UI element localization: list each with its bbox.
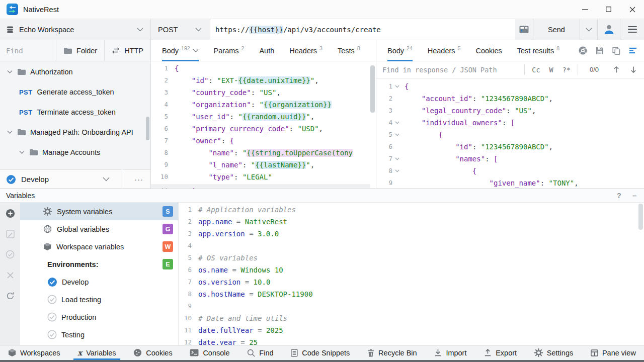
request-body-editor[interactable]: 1{2 "id": "EXT-{{date.unixTime}}",3 "cou… (151, 61, 376, 189)
status-item-workspaces[interactable]: Workspaces (8, 345, 60, 360)
save-response-icon[interactable] (596, 47, 604, 55)
fold-chevron-icon[interactable] (392, 165, 402, 177)
status-item-recycle-bin[interactable]: Recycle Bin (367, 345, 417, 360)
environment-selector[interactable]: Develop ··· (0, 169, 150, 189)
status-item-export[interactable]: Export (484, 345, 517, 360)
environment-more-button[interactable]: ··· (127, 175, 150, 184)
tab-cookies[interactable]: Cookies (475, 40, 502, 61)
status-item-import[interactable]: Import (434, 345, 466, 360)
variables-list-item-system-variables[interactable]: System variablesS (20, 203, 178, 220)
swap-arrows-icon (112, 47, 120, 54)
next-match-button[interactable] (625, 66, 644, 73)
line-number: 8 (382, 165, 392, 177)
tree-folder-authorization[interactable]: Authorization (0, 62, 150, 82)
tab-auth[interactable]: Auth (259, 40, 274, 61)
apply-button[interactable] (6, 249, 15, 260)
status-item-console[interactable]: Console (190, 345, 229, 360)
tab-body[interactable]: Body192 (162, 40, 199, 61)
check-off-icon (47, 330, 57, 339)
variables-scrollbar[interactable] (638, 204, 643, 230)
tab-headers[interactable]: Headers5 (428, 40, 461, 61)
edit-button[interactable] (6, 228, 15, 239)
window-bottom-edge (0, 360, 644, 362)
code-text: { (405, 80, 409, 93)
code-text: os.version = 10.0 (198, 276, 270, 288)
copy-response-icon[interactable] (612, 47, 620, 55)
status-item-variables[interactable]: xVariables (77, 345, 116, 360)
tab-count-badge: 192 (181, 45, 190, 51)
hamburger-icon (628, 26, 637, 33)
vertical-scrollbar[interactable] (370, 65, 375, 113)
tree-folder-manage-accounts[interactable]: Manage Accounts (0, 142, 150, 162)
find-in-response-input[interactable]: Find in response / JSON Path (382, 66, 522, 74)
code-text: { (405, 165, 476, 177)
variables-list-item-develop[interactable]: Develop (20, 273, 178, 291)
close-button[interactable] (620, 0, 644, 19)
export-icon (484, 349, 492, 356)
card-icon (519, 26, 529, 33)
open-in-browser-icon[interactable] (579, 46, 587, 55)
status-item-label: Cookies (146, 349, 172, 357)
variables-list-item-global-variables[interactable]: Global variablesG (20, 220, 178, 238)
tab-headers[interactable]: Headers3 (289, 40, 323, 61)
tab-tests[interactable]: Tests8 (338, 40, 360, 61)
method-selector[interactable]: POST (151, 19, 210, 40)
help-button[interactable]: ? (611, 192, 627, 200)
status-item-find[interactable]: Find (247, 345, 273, 360)
code-text: app.version = 3.0.0 (198, 228, 279, 240)
environment-preview-button[interactable] (515, 19, 533, 40)
status-item-code-snippets[interactable]: Code Snippets (291, 345, 350, 360)
tree-request-terminate-access-token[interactable]: PSTTerminate access_token (0, 102, 150, 122)
status-item-settings[interactable]: Settings (534, 345, 573, 360)
tree-request-generate-access-token[interactable]: PSTGenerate access_token (0, 82, 150, 102)
list-item-label: System variables (57, 208, 112, 216)
maximize-button[interactable] (597, 0, 620, 19)
format-response-icon[interactable] (629, 47, 637, 54)
fold-chevron-icon[interactable] (392, 129, 402, 141)
variables-editor[interactable]: 1# Application variables2app.name = Nati… (179, 203, 644, 345)
send-options-button[interactable] (580, 19, 598, 40)
status-item-cookies[interactable]: Cookies (133, 345, 172, 360)
response-panel: Body24Headers5CookiesTest results8 Find … (376, 40, 644, 189)
find-input[interactable] (0, 40, 56, 61)
collapse-panel-button[interactable]: – (627, 192, 642, 200)
fold-chevron-icon[interactable] (392, 80, 402, 93)
whole-word-button[interactable]: W (545, 66, 558, 74)
variables-list-item-production[interactable]: Production (20, 308, 178, 326)
refresh-button[interactable] (6, 290, 15, 301)
tab-body[interactable]: Body24 (387, 40, 413, 61)
menu-button[interactable] (620, 19, 644, 40)
add-button[interactable] (6, 208, 15, 219)
horizontal-scrollbar[interactable] (151, 184, 370, 188)
tab-params[interactable]: Params2 (214, 40, 245, 61)
account-button[interactable] (598, 19, 620, 40)
previous-match-button[interactable] (608, 66, 625, 73)
send-button[interactable]: Send (533, 19, 580, 40)
code-line: 7 "owner": { (151, 135, 376, 147)
new-http-request-button[interactable]: HTTP (104, 40, 150, 61)
code-line: 1{ (382, 80, 644, 93)
tab-test-results[interactable]: Test results8 (517, 40, 559, 61)
url-input[interactable]: https://{{host}}/api/v3/accounts/create (210, 19, 515, 40)
delete-button[interactable] (7, 269, 14, 281)
fold-chevron-icon[interactable] (392, 117, 402, 129)
match-case-button[interactable]: Cc (527, 66, 544, 74)
variables-list-item-load-testing[interactable]: Load testing (20, 291, 178, 308)
status-item-pane-view[interactable]: Pane view (591, 345, 636, 360)
cube-icon (8, 348, 16, 357)
regex-button[interactable]: ?* (558, 66, 575, 74)
workspace-selector[interactable]: Echo Workspace (0, 19, 151, 40)
variables-list-item-environments-[interactable]: Environments:E (20, 255, 178, 273)
variables-list-item-testing[interactable]: Testing (20, 326, 178, 343)
fold-chevron-icon[interactable] (392, 153, 402, 165)
response-body-editor[interactable]: 1{2 "account_id": "1234567890ABCD",3 "le… (376, 78, 644, 189)
tab-label: Body (387, 47, 404, 55)
new-folder-button[interactable]: Folder (56, 40, 104, 61)
tree-scrollbar[interactable] (146, 117, 149, 140)
line-number: 7 (151, 135, 168, 147)
minimize-button[interactable] (573, 0, 597, 19)
tree-folder-managed-path-onboarding-api[interactable]: Managed Path: Onboarding API (0, 122, 150, 142)
code-text: date.year = 25 (198, 336, 258, 345)
fold-spacer (392, 141, 402, 153)
variables-list-item-workspace-variables[interactable]: Workspace variablesW (20, 238, 178, 255)
